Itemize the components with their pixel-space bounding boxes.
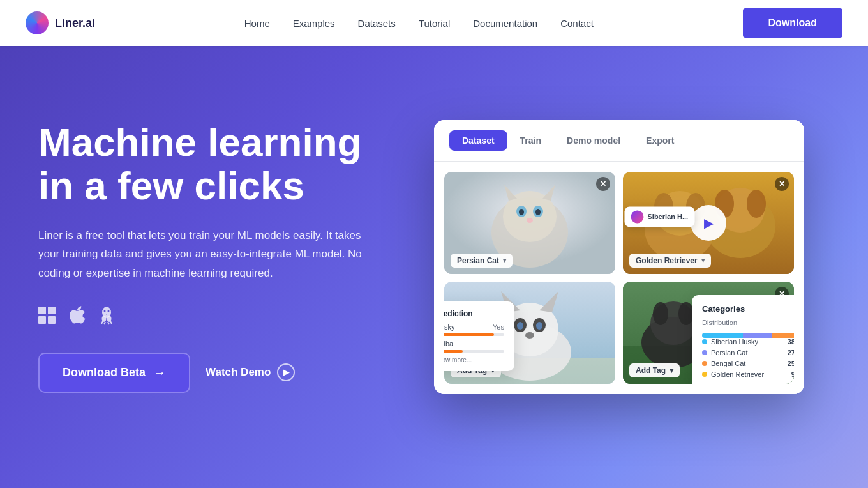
cat-dot-husky [702,339,707,344]
distribution-bar [702,333,794,338]
dist-seg-husky [702,333,743,338]
arrow-icon: → [153,365,166,380]
svg-point-20 [519,209,524,215]
images-grid: ✕ Persian Cat ▾ [434,162,804,394]
svg-line-11 [108,322,109,324]
os-icons-row [38,306,370,330]
close-button-dogs[interactable]: ✕ [775,177,789,191]
svg-rect-0 [38,307,46,314]
cat-dot-bengal [702,361,707,366]
image-card-blackdogs: ✕ Add Tag ▾ Categories Distribution [623,282,794,384]
logo-link[interactable]: Liner.ai [26,11,95,34]
add-tag-button-blackdogs[interactable]: Add Tag ▾ [629,363,680,377]
navbar: Liner.ai Home Examples Datasets Tutorial… [0,0,868,46]
svg-point-6 [107,316,112,322]
hero-title: Machine learning in a few clicks [38,121,370,208]
image-card-cat: ✕ Persian Cat ▾ [444,172,615,274]
play-button[interactable]: ▶ [691,205,726,241]
hero-right: Dataset Train Demo model Export [408,120,830,394]
svg-line-10 [104,322,105,324]
image-card-dogs: ✕ Golden Retriever ▾ ▶ Siberian H... [623,172,794,274]
avatar-icon [631,210,644,223]
nav-link-examples[interactable]: Examples [293,18,335,29]
dist-seg-bengal [772,333,794,338]
nav-link-datasets[interactable]: Datasets [358,18,396,29]
svg-point-8 [108,310,110,312]
cat-row-bengal: Bengal Cat 25.3 % [702,360,794,367]
nav-link-tutorial[interactable]: Tutorial [419,18,450,29]
siberian-bubble: Siberian H... [625,206,695,227]
tab-train[interactable]: Train [507,130,554,151]
nav-links: Home Examples Datasets Tutorial Document… [244,18,594,29]
apple-icon [69,306,86,330]
svg-line-12 [110,321,112,324]
cat-row-husky: Siberian Husky 38.2 % [702,338,794,346]
hero-section: Machine learning in a few clicks Liner i… [0,0,868,488]
svg-point-41 [536,322,542,330]
dist-seg-persian [743,333,772,338]
svg-point-21 [535,209,541,215]
logo-icon [26,11,49,34]
svg-rect-1 [48,307,56,314]
app-preview: Dataset Train Demo model Export [434,120,804,394]
cat-row-golden: Golden Retriever 9.1 % [702,370,794,378]
cat-dot-golden [702,372,707,377]
svg-rect-3 [48,316,56,324]
svg-rect-2 [38,316,46,324]
nav-link-contact[interactable]: Contact [560,18,594,29]
app-tabs: Dataset Train Demo model Export [434,120,804,162]
show-more-link[interactable]: show more... [444,356,504,363]
chevron-icon-2: ▾ [701,257,705,264]
watch-demo-button[interactable]: Watch Demo ▶ [206,363,295,381]
svg-point-22 [527,218,533,223]
cat-label: Persian Cat ▾ [451,254,513,268]
tab-demo-model[interactable]: Demo model [554,130,633,151]
chevron-icon: ▾ [503,257,506,264]
nav-link-home[interactable]: Home [244,18,270,29]
nav-download-button[interactable]: Download [743,8,842,38]
cat-dot-persian [702,350,707,355]
hero-left: Machine learning in a few clicks Liner i… [38,121,370,393]
dogs-label: Golden Retriever ▾ [629,254,711,268]
svg-point-5 [102,316,107,322]
svg-point-31 [747,190,766,218]
play-icon: ▶ [277,363,295,381]
brand-name: Liner.ai [55,17,95,30]
nav-link-documentation[interactable]: Documentation [473,18,537,29]
categories-card: Categories Distribution Siberian Husky [692,295,794,384]
linux-icon [98,306,115,330]
svg-point-47 [653,302,668,325]
hero-description: Liner is a free tool that lets you train… [38,226,370,283]
close-button-cat[interactable]: ✕ [596,177,610,191]
cat-row-persian: Persian Cat 27.4 % [702,349,794,356]
image-card-husky: Add Tag ▾ Prediction Husky Yes Shiba [444,282,615,384]
svg-point-42 [525,332,534,339]
prediction-card: Prediction Husky Yes Shiba show more... [444,301,514,371]
cta-row: Download Beta → Watch Demo ▶ [38,353,370,393]
windows-icon [38,307,56,329]
add-tag-chevron-icon-2: ▾ [670,366,673,375]
tab-export[interactable]: Export [633,130,687,151]
svg-line-9 [101,321,103,324]
svg-point-7 [104,310,106,312]
download-beta-button[interactable]: Download Beta → [38,353,190,393]
svg-point-40 [517,322,523,330]
tab-dataset[interactable]: Dataset [449,130,507,151]
